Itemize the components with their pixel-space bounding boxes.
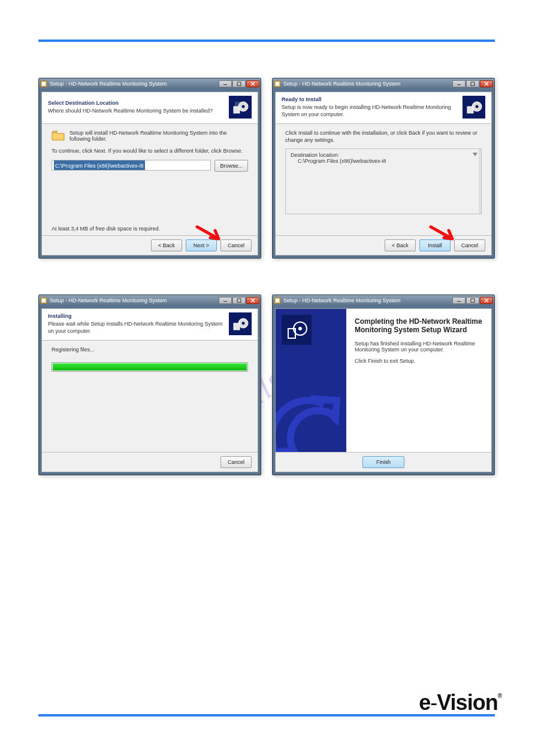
svg-rect-1 bbox=[42, 82, 46, 86]
scrollbar[interactable] bbox=[479, 149, 481, 214]
completion-side-graphic bbox=[276, 309, 346, 452]
next-button[interactable]: Next > bbox=[186, 239, 217, 251]
close-button[interactable] bbox=[480, 80, 493, 87]
minimize-button[interactable] bbox=[219, 297, 232, 304]
cancel-button[interactable]: Cancel bbox=[220, 239, 252, 251]
back-button[interactable]: < Back bbox=[385, 239, 416, 251]
svg-rect-6 bbox=[234, 107, 240, 113]
app-icon bbox=[40, 80, 47, 87]
setup-window-ready: Setup - HD-Network Realtime Monitoring S… bbox=[272, 78, 495, 259]
cancel-button[interactable]: Cancel bbox=[454, 239, 485, 251]
svg-rect-10 bbox=[471, 82, 474, 86]
browse-button[interactable]: Browse... bbox=[214, 160, 248, 172]
summary-box: Destination location: C:\Program Files (… bbox=[285, 148, 482, 214]
maximize-button[interactable] bbox=[466, 80, 479, 87]
svg-point-12 bbox=[476, 105, 479, 108]
maximize-button[interactable] bbox=[466, 297, 479, 304]
close-button[interactable] bbox=[480, 297, 493, 304]
back-button[interactable]: < Back bbox=[151, 239, 182, 251]
titlebar: Setup - HD-Network Realtime Monitoring S… bbox=[39, 78, 261, 89]
setup-disc-icon bbox=[229, 96, 252, 119]
svg-rect-2 bbox=[223, 84, 227, 85]
screenshot-grid: Setup - HD-Network Realtime Monitoring S… bbox=[38, 78, 495, 475]
svg-rect-16 bbox=[223, 301, 227, 302]
setup-disc-icon bbox=[463, 96, 485, 119]
titlebar: Setup - HD-Network Realtime Monitoring S… bbox=[273, 78, 494, 89]
close-button[interactable] bbox=[246, 297, 259, 304]
progress-fill bbox=[53, 363, 247, 371]
window-title: Setup - HD-Network Realtime Monitoring S… bbox=[50, 297, 167, 303]
page-top-rule bbox=[38, 40, 495, 42]
svg-rect-3 bbox=[237, 82, 241, 86]
svg-point-5 bbox=[242, 105, 245, 108]
subheading: Setup is now ready to begin installing H… bbox=[282, 104, 451, 117]
dest-value: C:\Program Files (x86)\webactivex-i8 bbox=[291, 158, 476, 164]
heading: Select Destination Location bbox=[48, 100, 226, 107]
maximize-button[interactable] bbox=[232, 80, 246, 87]
minimize-button[interactable] bbox=[219, 80, 232, 87]
app-icon bbox=[40, 297, 47, 304]
brand-logo: e-Vision® bbox=[419, 690, 501, 715]
heading: Installing bbox=[48, 313, 226, 320]
folder-icon bbox=[52, 130, 65, 141]
svg-point-26 bbox=[298, 327, 302, 330]
svg-point-19 bbox=[242, 322, 245, 325]
scroll-up-icon bbox=[473, 153, 477, 156]
svg-rect-24 bbox=[471, 299, 474, 302]
completion-body-2: Click Finish to exit Setup. bbox=[355, 358, 483, 364]
review-text: Click Install to continue with the insta… bbox=[285, 130, 482, 144]
titlebar: Setup - HD-Network Realtime Monitoring S… bbox=[273, 295, 494, 306]
svg-rect-20 bbox=[234, 323, 240, 330]
setup-window-installing: Setup - HD-Network Realtime Monitoring S… bbox=[38, 294, 261, 475]
finish-button[interactable]: Finish bbox=[362, 456, 404, 468]
subheading: Please wait while Setup installs HD-Netw… bbox=[48, 321, 223, 333]
dest-label: Destination location: bbox=[291, 152, 476, 158]
maximize-button[interactable] bbox=[232, 297, 246, 304]
subheading: Where should HD-Network Realtime Monitor… bbox=[48, 108, 213, 114]
folder-text: Setup will install HD-Network Realtime M… bbox=[69, 130, 248, 142]
completion-body-1: Setup has finished installing HD-Network… bbox=[355, 341, 483, 353]
cancel-button[interactable]: Cancel bbox=[220, 456, 252, 468]
titlebar: Setup - HD-Network Realtime Monitoring S… bbox=[39, 295, 261, 306]
heading: Ready to Install bbox=[282, 96, 460, 103]
svg-rect-8 bbox=[276, 82, 279, 86]
install-button[interactable]: Install bbox=[419, 239, 451, 251]
setup-disc-icon bbox=[229, 312, 252, 335]
svg-rect-22 bbox=[276, 299, 279, 302]
setup-window-complete: Setup - HD-Network Realtime Monitoring S… bbox=[272, 294, 495, 475]
setup-window-destination: Setup - HD-Network Realtime Monitoring S… bbox=[38, 78, 261, 259]
window-title: Setup - HD-Network Realtime Monitoring S… bbox=[283, 297, 401, 303]
continue-text: To continue, click Next. If you would li… bbox=[52, 148, 248, 155]
completion-heading: Completing the HD-Network Realtime Monit… bbox=[355, 317, 483, 335]
svg-rect-13 bbox=[467, 107, 473, 113]
disk-space-note: At least 3,4 MB of free disk space is re… bbox=[52, 226, 160, 232]
window-title: Setup - HD-Network Realtime Monitoring S… bbox=[283, 81, 401, 87]
status-text: Registering files... bbox=[52, 347, 248, 354]
window-title: Setup - HD-Network Realtime Monitoring S… bbox=[50, 81, 167, 87]
svg-rect-15 bbox=[42, 299, 46, 302]
setup-disc-icon bbox=[282, 315, 312, 345]
svg-rect-23 bbox=[457, 301, 461, 302]
progress-bar bbox=[52, 362, 248, 372]
background-arrow-icon bbox=[276, 374, 346, 452]
destination-path-input[interactable]: C:\Program Files (x86)\webactivex-i8 bbox=[52, 160, 211, 171]
close-button[interactable] bbox=[246, 80, 259, 87]
destination-path-value: C:\Program Files (x86)\webactivex-i8 bbox=[54, 160, 145, 170]
app-icon bbox=[274, 297, 281, 304]
svg-rect-9 bbox=[457, 84, 461, 85]
svg-rect-17 bbox=[237, 299, 241, 302]
minimize-button[interactable] bbox=[452, 297, 466, 304]
minimize-button[interactable] bbox=[452, 80, 466, 87]
app-icon bbox=[274, 80, 281, 87]
